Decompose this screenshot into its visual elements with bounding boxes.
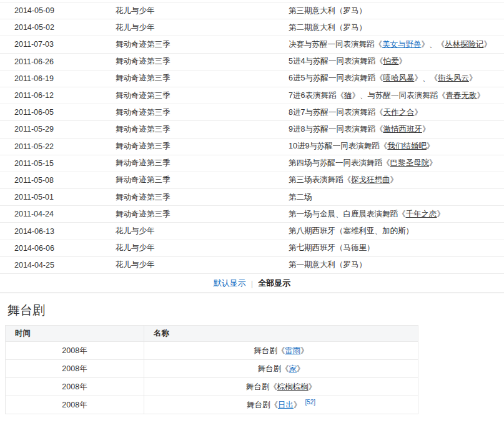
title-link[interactable]: 棕榈棕榈 (277, 382, 309, 391)
stage-play-header-row: 时间 名称 (6, 326, 418, 342)
text-segment: 5进4与苏醒一同表演舞蹈《 (289, 57, 383, 66)
title-link[interactable]: 巴黎圣母院 (390, 158, 430, 167)
title-link[interactable]: 千年之恋 (406, 210, 437, 218)
performance-row: 2011-05-15舞动奇迹第三季第四场与苏醒一同表演舞蹈《巴黎圣母院》 (0, 155, 504, 172)
date-cell: 2011-05-22 (0, 142, 116, 151)
description-cell: 第二期意大利（罗马） (289, 22, 504, 33)
text-segment: 》 (390, 175, 398, 184)
text-segment: 》 (294, 401, 302, 409)
stage-play-row: 2008年舞台剧《家》 (6, 360, 418, 378)
description-cell: 7进6表演舞蹈《猫》、与苏醒一同表演舞蹈《青春无敌》 (289, 90, 504, 101)
description-cell: 9进8与苏醒一同表演舞蹈《激情西班牙》 (289, 124, 504, 135)
show-name-cell: 花儿与少年 (116, 260, 289, 270)
text-segment: 舞台剧《 (254, 346, 285, 355)
text-segment: 第四场与苏醒一同表演舞蹈《 (289, 158, 390, 167)
title-link[interactable]: 我们结婚吧 (387, 142, 427, 150)
performance-row: 2011-05-01舞动奇迹第三季第二场 (0, 189, 504, 206)
date-cell: 2014-05-02 (0, 23, 116, 32)
date-cell: 2011-06-05 (0, 108, 116, 117)
text-segment: 10进9与苏醒一同表演舞蹈《 (289, 142, 387, 150)
text-segment: 第七期西班牙（马德里） (289, 243, 375, 252)
performance-row: 2011-06-05舞动奇迹第三季8进7与苏醒一同表演舞蹈《天作之合》 (0, 104, 504, 121)
text-segment: 舞台剧《 (247, 401, 278, 409)
text-segment: 》 (297, 364, 305, 373)
show-name-cell: 舞动奇迹第三季 (116, 141, 289, 152)
description-cell: 5进4与苏醒一同表演舞蹈《怕爱》 (289, 56, 504, 67)
performance-row: 2014-06-06花儿与少年第七期西班牙（马德里） (0, 240, 504, 257)
name-cell: 舞台剧《雷雨》 (144, 342, 418, 360)
text-segment: 第一期意大利（罗马） (289, 260, 367, 269)
default-display-link[interactable]: 默认显示 (214, 278, 246, 289)
performance-row: 2011-05-08舞动奇迹第三季第三场表演舞蹈《探戈狂想曲》 (0, 172, 504, 189)
title-link[interactable]: 怕爱 (383, 57, 398, 66)
time-cell: 2008年 (6, 342, 144, 360)
name-cell: 舞台剧《日出》[52] (144, 396, 418, 414)
title-link[interactable]: 猫 (344, 91, 352, 100)
description-cell: 8进7与苏醒一同表演舞蹈《天作之合》 (289, 107, 504, 118)
name-cell: 舞台剧《棕榈棕榈》 (144, 378, 418, 396)
title-link[interactable]: 嘻哈风暴 (383, 74, 414, 82)
text-segment: 第一场与金晨、白鹿晨表演舞蹈《 (289, 210, 406, 218)
performance-row: 2014-06-13花儿与少年第八期西班牙（塞维利亚、加的斯） (0, 223, 504, 240)
show-name-cell: 舞动奇迹第三季 (116, 209, 289, 220)
description-cell: 决赛与苏醒一同表演舞蹈《美女与野兽》、《丛林探险记》 (289, 39, 504, 50)
date-cell: 2011-05-29 (0, 125, 116, 134)
show-name-cell: 舞动奇迹第三季 (116, 90, 289, 101)
column-header-time: 时间 (6, 326, 144, 342)
text-segment: 》 (422, 125, 430, 134)
text-segment: 舞台剧《 (258, 364, 289, 373)
date-cell: 2011-06-19 (0, 74, 116, 83)
text-segment: 7进6表演舞蹈《 (289, 91, 344, 100)
text-segment: 第二期意大利（罗马） (289, 23, 367, 32)
performance-row: 2011-06-12舞动奇迹第三季7进6表演舞蹈《猫》、与苏醒一同表演舞蹈《青春… (0, 87, 504, 104)
text-segment: 》、《 (414, 74, 438, 82)
display-mode-footer: 默认显示 | 全部显示 (0, 274, 504, 293)
text-segment: 》、与苏醒一同表演舞蹈《 (352, 91, 445, 100)
date-cell: 2011-06-26 (0, 57, 116, 66)
show-name-cell: 舞动奇迹第三季 (116, 124, 289, 135)
date-cell: 2011-06-12 (0, 91, 116, 100)
performance-row: 2011-05-29舞动奇迹第三季9进8与苏醒一同表演舞蹈《激情西班牙》 (0, 121, 504, 138)
performance-table: 2014-05-09花儿与少年第三期意大利（罗马）2014-05-02花儿与少年… (0, 2, 504, 274)
section-divider (0, 293, 504, 293)
title-link[interactable]: 家 (289, 364, 297, 373)
text-segment: 9进8与苏醒一同表演舞蹈《 (289, 125, 383, 134)
title-link[interactable]: 天作之合 (383, 108, 414, 117)
description-cell: 第一期意大利（罗马） (289, 260, 504, 270)
time-cell: 2008年 (6, 378, 144, 396)
description-cell: 第二场 (289, 192, 504, 203)
description-cell: 第四场与苏醒一同表演舞蹈《巴黎圣母院》 (289, 158, 504, 168)
time-cell: 2008年 (6, 360, 144, 378)
title-link[interactable]: 青春无敌 (445, 91, 477, 100)
title-link[interactable]: 雷雨 (285, 346, 300, 355)
text-segment: 决赛与苏醒一同表演舞蹈《 (289, 40, 382, 49)
text-segment: 第二场 (289, 193, 312, 202)
title-link[interactable]: 美女与野兽 (382, 40, 422, 49)
time-cell: 2008年 (6, 396, 144, 414)
text-segment: 》 (484, 40, 492, 49)
performance-row: 2014-05-02花儿与少年第二期意大利（罗马） (0, 19, 504, 36)
text-segment: 》 (427, 142, 435, 150)
show-name-cell: 花儿与少年 (116, 226, 289, 236)
date-cell: 2011-05-08 (0, 176, 116, 185)
description-cell: 6进5与苏醒一同表演舞蹈《嘻哈风暴》、《街头风云》 (289, 73, 504, 84)
title-link[interactable]: 丛林探险记 (445, 40, 484, 49)
text-segment: 》 (414, 108, 422, 117)
text-segment: 》 (469, 74, 477, 82)
date-cell: 2011-05-15 (0, 159, 116, 168)
title-link[interactable]: 探戈狂想曲 (351, 175, 390, 184)
title-link[interactable]: 日出 (278, 401, 294, 409)
description-cell: 第七期西班牙（马德里） (289, 243, 504, 253)
show-name-cell: 花儿与少年 (116, 22, 289, 33)
description-cell: 第一场与金晨、白鹿晨表演舞蹈《千年之恋》 (289, 209, 504, 220)
stage-play-row: 2008年舞台剧《雷雨》 (6, 342, 418, 360)
footer-separator: | (251, 279, 253, 288)
title-link[interactable]: 激情西班牙 (383, 125, 422, 134)
title-link[interactable]: 街头风云 (438, 74, 469, 82)
reference-link[interactable]: [52] (305, 399, 315, 406)
text-segment: 8进7与苏醒一同表演舞蹈《 (289, 108, 383, 117)
text-segment: 第三场表演舞蹈《 (289, 175, 351, 184)
description-cell: 第三场表演舞蹈《探戈狂想曲》 (289, 175, 504, 185)
show-name-cell: 舞动奇迹第三季 (116, 107, 289, 118)
show-all-link[interactable]: 全部显示 (258, 278, 290, 289)
